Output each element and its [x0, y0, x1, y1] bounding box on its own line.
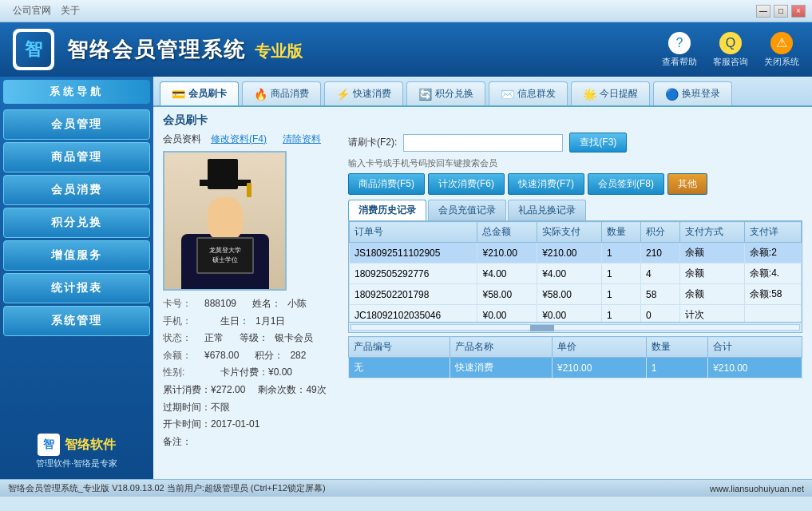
logo-container: 智	[13, 29, 54, 70]
col-points: 积分	[640, 222, 679, 243]
btn-other[interactable]: 其他	[667, 173, 707, 195]
btn-fast-consume[interactable]: 快速消费(F7)	[508, 173, 584, 195]
search-hint: 输入卡号或手机号码按回车键搜索会员	[348, 157, 802, 169]
balance-label: 余额：	[163, 347, 198, 365]
service-icon: Q	[719, 32, 742, 54]
tab-gift-history[interactable]: 礼品兑换记录	[508, 200, 586, 220]
tab-message[interactable]: ✉️ 信息群发	[489, 81, 568, 105]
points-label: 积分：	[255, 347, 283, 365]
minimize-btn[interactable]: —	[756, 5, 770, 18]
header-actions: ? 查看帮助 Q 客服咨询 ⚠ 关闭系统	[662, 32, 799, 68]
history-cell-3-4: 0	[640, 305, 679, 323]
tab-fast-consume[interactable]: ⚡ 快速消费	[324, 81, 403, 105]
company-link[interactable]: 公司官网	[13, 4, 51, 18]
tab-icon-reminder: 🌟	[583, 88, 596, 101]
detail-row-opendate: 开卡时间：2017-01-01	[163, 416, 339, 434]
history-cell-1-3: 1	[601, 263, 640, 284]
history-table-header: 订单号 总金额 实际支付 数量 积分 支付方式 支付详	[350, 222, 802, 243]
detail-row-status: 状态： 正常 等级： 银卡会员	[163, 330, 339, 347]
tab-reminder[interactable]: 🌟 今日提醒	[571, 81, 650, 105]
status-value: 正常	[204, 330, 224, 347]
member-card-header: 会员资料 修改资料(F4) 清除资料	[163, 133, 339, 146]
brand-slogan: 管理软件·智络是专家	[36, 458, 117, 469]
cardno-label: 卡号：	[163, 295, 198, 313]
col-total: 总金额	[477, 222, 537, 243]
product-row-0[interactable]: 无快速消费¥210.001¥210.00	[349, 358, 802, 378]
history-cell-1-2: ¥4.00	[537, 263, 602, 284]
tab-member-card[interactable]: 💳 会员刷卡	[160, 81, 239, 105]
history-cell-3-1: ¥0.00	[477, 305, 537, 323]
detail-row-gender: 性别: 卡片付费：¥0.00	[163, 364, 339, 382]
service-action[interactable]: Q 客服咨询	[713, 32, 748, 68]
col-detail: 支付详	[744, 222, 801, 243]
opendate-value: 开卡时间：2017-01-01	[163, 416, 259, 434]
search-row: 请刷卡(F2): 查找(F3)	[348, 133, 802, 153]
sidebar-item-member-consume[interactable]: 会员消费	[3, 175, 150, 205]
sidebar-item-value-added[interactable]: 增值服务	[3, 240, 150, 271]
brand-name: 智络软件	[65, 437, 116, 454]
sidebar-item-statistics[interactable]: 统计报表	[3, 273, 150, 303]
help-action[interactable]: ? 查看帮助	[662, 32, 697, 68]
product-section: 产品编号 产品名称 单价 数量 合计 无快速消费¥210.001¥210.00	[348, 336, 802, 378]
tab-label-product: 商品消费	[271, 87, 309, 101]
phone-label: 手机：	[163, 313, 198, 331]
cap-area	[197, 159, 253, 215]
tab-label-card: 会员刷卡	[188, 87, 227, 101]
sidebar-item-product-mgmt[interactable]: 商品管理	[3, 142, 150, 172]
detail-row-remark: 备注：	[163, 434, 339, 451]
points-value: 282	[290, 347, 306, 365]
help-icon: ?	[668, 32, 691, 54]
scroll-row	[348, 323, 802, 333]
history-cell-0-0: JS18092511102905	[350, 243, 477, 263]
history-row-3[interactable]: JC18092102035046¥0.00¥0.0010计次	[350, 305, 802, 323]
member-section: 会员资料 修改资料(F4) 清除资料	[163, 133, 802, 450]
close-system-action[interactable]: ⚠ 关闭系统	[764, 32, 799, 68]
history-cell-2-6: 余额:58	[744, 284, 801, 305]
tab-shift[interactable]: 🔵 换班登录	[653, 81, 732, 105]
brand-logo-row: 智 智络软件	[38, 434, 116, 456]
tab-consume-history[interactable]: 消费历史记录	[348, 200, 426, 220]
tab-recharge-history[interactable]: 会员充值记录	[428, 200, 506, 220]
sidebar-item-member-mgmt[interactable]: 会员管理	[3, 109, 150, 140]
scroll-thumb	[530, 325, 554, 331]
history-row-0[interactable]: JS18092511102905¥210.00¥210.001210余额余额:2	[350, 243, 802, 263]
btn-count-consume[interactable]: 计次消费(F6)	[428, 173, 505, 195]
product-cell-0-1: 快速消费	[450, 358, 552, 378]
expire-value: 过期时间：不限	[163, 399, 230, 417]
prod-col-qty: 数量	[646, 337, 707, 358]
history-cell-1-1: ¥4.00	[477, 263, 537, 284]
sidebar-item-points-exchange[interactable]: 积分兑换	[3, 208, 150, 238]
member-info-left: 会员资料 修改资料(F4) 清除资料	[163, 133, 339, 450]
detail-row-consume: 累计消费：¥272.00 剩余次数：49次	[163, 382, 339, 399]
history-row-1[interactable]: 18092505292776¥4.00¥4.0014余额余额:4.	[350, 263, 802, 284]
app-header: 智 智络会员管理系统 专业版 ? 查看帮助 Q 客服咨询 ⚠ 关闭系统	[0, 22, 812, 77]
history-cell-2-4: 58	[640, 284, 679, 305]
close-btn[interactable]: ×	[791, 5, 806, 18]
logo-image: 智	[16, 32, 51, 67]
horizontal-scrollbar[interactable]	[351, 324, 800, 331]
sidebar-item-sys-mgmt[interactable]: 系统管理	[3, 306, 150, 336]
search-input[interactable]	[403, 134, 563, 152]
history-row-2[interactable]: 18092502201798¥58.00¥58.00158余额余额:58	[350, 284, 802, 305]
btn-signin[interactable]: 会员签到(F8)	[588, 173, 664, 195]
main-layout: 系统导航 会员管理 商品管理 会员消费 积分兑换 增值服务 统计报表 系统管理 …	[0, 77, 812, 479]
product-table-body: 无快速消费¥210.001¥210.00	[349, 358, 802, 378]
tab-points[interactable]: 🔄 积分兑换	[406, 81, 485, 105]
btn-product-consume[interactable]: 商品消费(F5)	[348, 173, 425, 195]
sidebar-brand: 智 智络软件 管理软件·智络是专家	[3, 427, 150, 476]
clear-info-link[interactable]: 清除资料	[283, 133, 321, 146]
detail-row-cardno: 卡号： 888109 姓名： 小陈	[163, 295, 339, 313]
tab-icon-points: 🔄	[418, 88, 432, 101]
product-cell-0-4: ¥210.00	[708, 358, 802, 378]
name-label: 姓名：	[252, 295, 281, 313]
restore-btn[interactable]: □	[774, 5, 788, 18]
col-order-id: 订单号	[350, 222, 477, 243]
search-button[interactable]: 查找(F3)	[569, 133, 627, 153]
tab-product-consume[interactable]: 🔥 商品消费	[242, 81, 321, 105]
tab-icon-fast: ⚡	[336, 88, 350, 101]
history-cell-2-0: 18092502201798	[350, 284, 477, 305]
content-area: 💳 会员刷卡 🔥 商品消费 ⚡ 快速消费 🔄 积分兑换 ✉️ 信息群发 🌟	[153, 77, 812, 479]
history-cell-1-5: 余额	[680, 263, 745, 284]
about-link[interactable]: 关于	[61, 4, 80, 18]
edit-info-link[interactable]: 修改资料(F4)	[211, 133, 267, 146]
